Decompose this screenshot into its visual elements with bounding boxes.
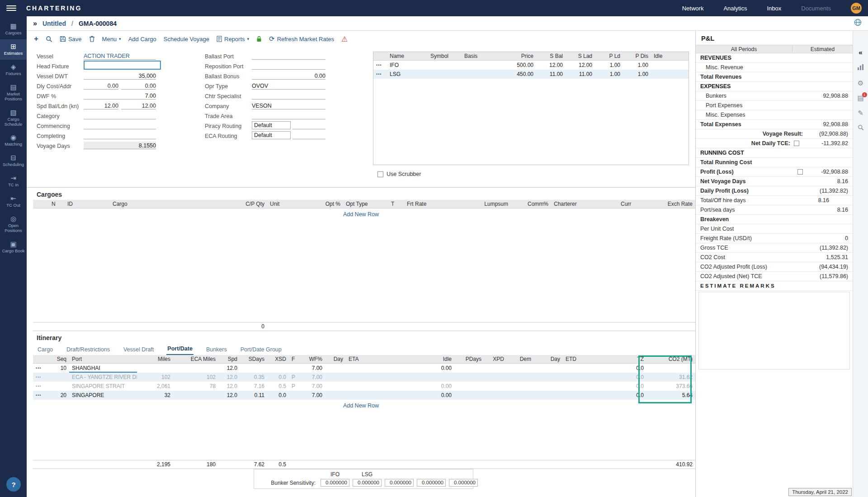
sensitivity-input-2[interactable]: 0.000000 xyxy=(353,479,382,487)
cell-seq[interactable] xyxy=(47,382,69,391)
cell-idle[interactable]: 0.00 xyxy=(396,382,454,391)
search-button[interactable] xyxy=(46,36,52,43)
nav-documents[interactable]: Documents xyxy=(801,5,831,12)
cell-sdays[interactable]: 7.16 xyxy=(240,382,267,391)
sensitivity-input-3[interactable]: 0.000000 xyxy=(385,479,414,487)
cell-wf[interactable]: 7.00 xyxy=(300,391,325,400)
row-menu-icon[interactable]: ••• xyxy=(373,70,387,79)
delete-button[interactable] xyxy=(89,36,95,42)
cell-pdays[interactable] xyxy=(454,391,484,400)
sidebar-item-cargo-book[interactable]: ▣ Cargo Book xyxy=(0,237,27,257)
expand-panel-icon[interactable]: » xyxy=(33,19,37,28)
cell-port[interactable]: SHANGHAI xyxy=(69,364,137,373)
cell-pdays[interactable] xyxy=(454,364,484,373)
cell-f[interactable] xyxy=(289,391,300,400)
avatar[interactable]: GM xyxy=(851,3,862,14)
eca-routing-select[interactable]: Default xyxy=(252,131,291,139)
cell-day2[interactable] xyxy=(534,382,563,391)
cell-sdays[interactable] xyxy=(240,364,267,373)
dly-cost-field[interactable]: 0.00 xyxy=(84,82,118,90)
save-button[interactable]: Save xyxy=(60,36,82,43)
cell-miles[interactable] xyxy=(137,364,173,373)
row-menu-icon[interactable]: ••• xyxy=(33,373,47,382)
cell-day[interactable] xyxy=(325,364,346,373)
spd-laden-field[interactable]: 12.00 xyxy=(121,102,156,109)
cell-price[interactable]: 450.00 xyxy=(498,70,536,79)
cell-tz[interactable]: 0.0 xyxy=(615,391,646,400)
spd-ballast-field[interactable]: 12.00 xyxy=(84,102,118,109)
cell-eta[interactable] xyxy=(346,391,396,400)
ballast-bonus-field[interactable]: 0.00 xyxy=(252,72,326,80)
cell-xpd[interactable] xyxy=(484,382,507,391)
cell-dem[interactable] xyxy=(507,373,534,382)
tab-bunkers[interactable]: Bunkers xyxy=(205,345,228,355)
cell-p-dis[interactable]: 1.00 xyxy=(623,70,651,79)
menu-button[interactable]: Menu▾ xyxy=(102,36,121,43)
pnl-port-expenses[interactable]: Port Expenses xyxy=(706,102,742,109)
cell-dem[interactable] xyxy=(507,382,534,391)
cargoes-add-new-row-link[interactable]: Add New Row xyxy=(33,208,689,220)
cell-idle[interactable]: 0.00 xyxy=(396,364,454,373)
cell-co2[interactable] xyxy=(646,364,695,373)
cell-f[interactable]: P xyxy=(289,373,300,382)
cell-co2[interactable]: 5.64 xyxy=(646,391,695,400)
search-panel-icon[interactable] xyxy=(858,124,864,132)
sidebar-item-cargo-schedule[interactable]: ▧ Cargo Schedule xyxy=(0,105,27,131)
nav-inbox[interactable]: Inbox xyxy=(767,5,781,12)
tab-cargo[interactable]: Cargo xyxy=(37,345,54,355)
refresh-market-rates-button[interactable]: ⟳ Refresh Market Rates xyxy=(269,35,334,43)
trade-area-field[interactable] xyxy=(252,112,326,119)
piracy-routing-extra-field[interactable] xyxy=(292,122,326,129)
cell-f[interactable] xyxy=(289,364,300,373)
cell-day2[interactable] xyxy=(534,391,563,400)
cell-dem[interactable] xyxy=(507,364,534,373)
cell-tz[interactable]: 0.0 xyxy=(615,382,646,391)
cell-eca-miles[interactable] xyxy=(173,364,218,373)
nav-network[interactable]: Network xyxy=(682,5,704,12)
tab-vessel-draft[interactable]: Vessel Draft xyxy=(123,345,155,355)
cell-name[interactable]: IFO xyxy=(387,61,428,70)
itinerary-add-new-row-link[interactable]: Add New Row xyxy=(33,400,689,412)
cell-etd[interactable] xyxy=(563,373,615,382)
cell-idle[interactable]: 0.00 xyxy=(396,391,454,400)
sensitivity-input-1[interactable]: 0.000000 xyxy=(321,479,349,487)
add-cargo-button[interactable]: Add Cargo xyxy=(128,36,156,43)
cell-miles[interactable]: 32 xyxy=(137,391,173,400)
cell-etd[interactable] xyxy=(563,391,615,400)
cell-wf[interactable]: 7.00 xyxy=(300,364,325,373)
cell-p-ld[interactable]: 1.00 xyxy=(595,70,623,79)
cell-eta[interactable] xyxy=(346,373,396,382)
cell-wf[interactable]: 7.00 xyxy=(300,382,325,391)
lock-icon[interactable] xyxy=(256,36,262,42)
sidebar-item-tc-in[interactable]: ⇥ TC In xyxy=(0,171,27,191)
vessel-dwt-field[interactable]: 35,000 xyxy=(84,72,156,80)
cell-xpd[interactable] xyxy=(484,373,507,382)
row-menu-icon[interactable]: ••• xyxy=(33,382,47,391)
cell-eca-miles[interactable]: 102 xyxy=(173,373,218,382)
sensitivity-input-4[interactable]: 0.000000 xyxy=(417,479,446,487)
use-scrubber-checkbox[interactable] xyxy=(377,171,383,177)
collapse-panel-icon[interactable]: « xyxy=(859,49,862,56)
sensitivity-input-5[interactable]: 0.000000 xyxy=(449,479,478,487)
cell-day[interactable] xyxy=(325,391,346,400)
globe-icon[interactable] xyxy=(854,19,862,28)
cell-price[interactable]: 500.00 xyxy=(498,61,536,70)
cell-name[interactable]: LSG xyxy=(387,70,428,79)
piracy-routing-select[interactable]: Default xyxy=(252,121,291,129)
cell-xsd[interactable]: 0.0 xyxy=(267,391,289,400)
dly-addr-field[interactable]: 0.00 xyxy=(121,82,156,90)
cell-p-ld[interactable]: 1.00 xyxy=(595,61,623,70)
cell-xpd[interactable] xyxy=(484,364,507,373)
reports-button[interactable]: Reports▾ xyxy=(217,36,249,43)
row-menu-icon[interactable]: ••• xyxy=(373,61,387,70)
tab-draft-restrictions[interactable]: Draft/Restrictions xyxy=(66,345,111,355)
sidebar-item-tc-out[interactable]: ⇤ TC Out xyxy=(0,191,27,212)
cell-port[interactable]: ECA - YANGTZE RIVER DELTA xyxy=(69,373,137,382)
cell-s-lad[interactable]: 11.00 xyxy=(566,70,595,79)
cell-spd[interactable]: 12.0 xyxy=(218,373,240,382)
cell-eta[interactable] xyxy=(346,364,396,373)
cell-etd[interactable] xyxy=(563,364,615,373)
cell-eca-miles[interactable]: 78 xyxy=(173,382,218,391)
cell-tz[interactable]: 0.0 xyxy=(615,364,646,373)
schedule-voyage-button[interactable]: Schedule Voyage xyxy=(164,36,209,43)
